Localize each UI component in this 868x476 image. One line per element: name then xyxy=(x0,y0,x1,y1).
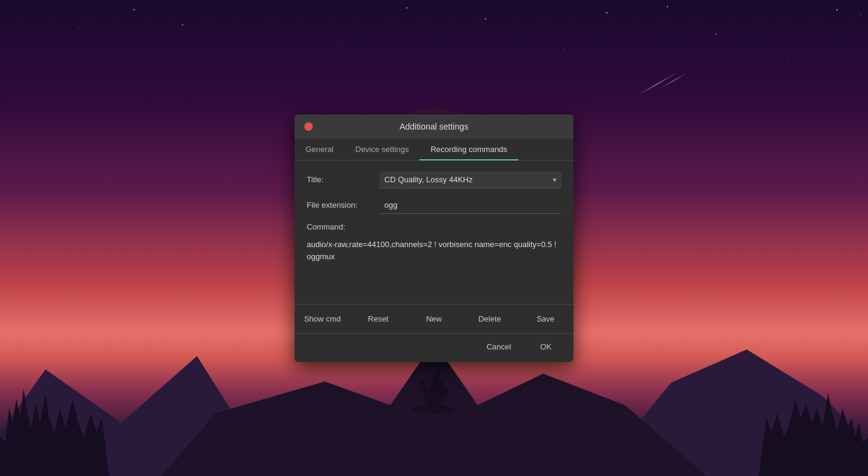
title-select[interactable]: CD Quality, Lossy 44KHzCD Quality, Lossl… xyxy=(379,171,561,188)
title-field-row: Title: CD Quality, Lossy 44KHzCD Quality… xyxy=(307,171,561,188)
dialog-titlebar: Additional settings xyxy=(295,114,573,139)
additional-settings-dialog: Additional settings General Device setti… xyxy=(295,114,573,362)
save-button[interactable]: Save xyxy=(518,309,573,328)
reset-button[interactable]: Reset xyxy=(350,309,406,328)
toolbar: Show cmd Reset New Delete Save xyxy=(295,304,573,333)
delete-button[interactable]: Delete xyxy=(462,309,518,328)
command-label: Command: xyxy=(307,222,561,231)
title-field-label: Title: xyxy=(307,175,379,184)
dialog-overlay: Additional settings General Device setti… xyxy=(0,0,868,476)
tab-general[interactable]: General xyxy=(295,139,344,160)
cancel-button[interactable]: Cancel xyxy=(475,339,523,355)
dialog-title: Additional settings xyxy=(313,122,555,131)
show-cmd-button[interactable]: Show cmd xyxy=(295,309,350,328)
command-value[interactable]: audio/x-raw,rate=44100,channels=2 ! vorb… xyxy=(307,236,561,285)
tab-recording-commands[interactable]: Recording commands xyxy=(419,139,518,160)
file-extension-field-row: File extension: xyxy=(307,197,561,214)
file-extension-label: File extension: xyxy=(307,200,379,210)
command-row: Command: audio/x-raw,rate=44100,channels… xyxy=(307,222,561,285)
title-select-wrapper: CD Quality, Lossy 44KHzCD Quality, Lossl… xyxy=(379,171,561,188)
tabs-container: General Device settings Recording comman… xyxy=(295,139,573,160)
dialog-footer: Cancel OK xyxy=(295,333,573,362)
file-extension-input[interactable] xyxy=(379,197,561,214)
new-button[interactable]: New xyxy=(406,309,462,328)
dialog-content: Title: CD Quality, Lossy 44KHzCD Quality… xyxy=(295,160,573,304)
tab-device-settings[interactable]: Device settings xyxy=(344,139,419,160)
ok-button[interactable]: OK xyxy=(528,339,564,355)
close-button[interactable] xyxy=(304,122,313,131)
